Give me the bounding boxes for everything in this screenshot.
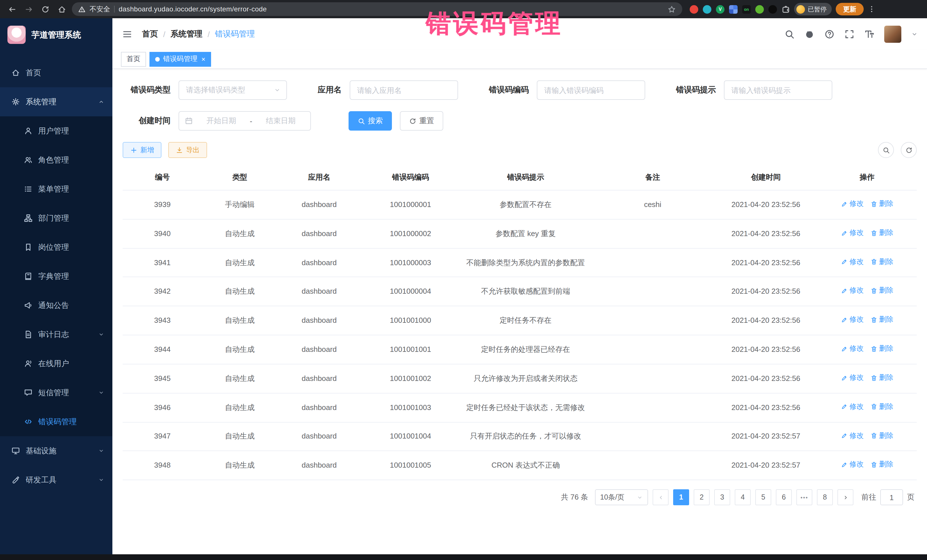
delete-link[interactable]: 删除 <box>871 459 894 470</box>
error-hint-input[interactable] <box>724 80 832 100</box>
close-icon[interactable]: × <box>201 56 205 62</box>
toggle-search-button[interactable] <box>878 142 894 158</box>
app-name-input[interactable] <box>350 80 458 100</box>
edit-link[interactable]: 修改 <box>841 401 864 413</box>
sidebar-item-sub[interactable]: 部门管理 <box>0 203 112 233</box>
page-button[interactable]: 3 <box>714 490 730 505</box>
page-button[interactable]: 6 <box>776 490 792 505</box>
page-size-select[interactable]: 10条/页 <box>595 490 648 505</box>
edit-link[interactable]: 修改 <box>841 199 864 209</box>
collapse-sidebar-icon[interactable] <box>112 29 142 39</box>
delete-link[interactable]: 删除 <box>871 314 894 326</box>
extension-icon[interactable] <box>755 5 764 14</box>
cell-remark <box>591 306 714 335</box>
edit-link[interactable]: 修改 <box>841 314 864 326</box>
user-avatar[interactable] <box>884 25 901 42</box>
dept-icon <box>24 214 32 222</box>
sidebar-item-system[interactable]: 系统管理 <box>0 87 112 116</box>
delete-link[interactable]: 删除 <box>871 285 894 296</box>
breadcrumb: 首页/系统管理/错误码管理 <box>142 29 255 39</box>
sidebar-item-active[interactable]: 错误码管理 <box>0 407 112 436</box>
sidebar-item-infra[interactable]: 基础设施 <box>0 436 112 465</box>
edit-link[interactable]: 修改 <box>841 256 864 267</box>
reset-button[interactable]: 重置 <box>400 111 443 131</box>
sidebar-item-sub[interactable]: 用户管理 <box>0 116 112 146</box>
table-tools <box>878 142 917 158</box>
profile-chip[interactable]: 已暂停 <box>794 3 832 15</box>
delete-link[interactable]: 删除 <box>871 343 894 354</box>
page-button[interactable]: 4 <box>735 490 751 505</box>
page-button[interactable]: 1 <box>673 490 689 505</box>
sidebar-item-label: 首页 <box>26 68 104 78</box>
refresh-table-button[interactable] <box>901 142 917 158</box>
delete-link[interactable]: 删除 <box>871 256 894 267</box>
cell-hint: 定时任务的处理器已经存在 <box>460 335 591 364</box>
goto-page-input[interactable] <box>880 490 903 505</box>
reload-icon[interactable] <box>39 3 51 15</box>
browser-home-icon[interactable] <box>55 3 68 15</box>
delete-link[interactable]: 删除 <box>871 401 894 413</box>
app-logo[interactable]: 芋道管理系统 <box>0 18 112 51</box>
sidebar-item-devtools[interactable]: 研发工具 <box>0 465 112 495</box>
forward-icon[interactable] <box>22 3 35 15</box>
sidebar-item-sub[interactable]: 菜单管理 <box>0 175 112 203</box>
extension-icon[interactable]: on <box>742 5 751 14</box>
tab[interactable]: 错误码管理× <box>149 52 211 67</box>
edit-link[interactable]: 修改 <box>841 372 864 384</box>
filter-error-hint: 错误码提示 <box>676 80 832 100</box>
page-button[interactable]: 5 <box>755 490 771 505</box>
edit-link[interactable]: 修改 <box>841 285 864 296</box>
sidebar-item-sub[interactable]: 审计日志 <box>0 320 112 349</box>
fullscreen-icon[interactable] <box>844 29 854 39</box>
total-count: 共 76 条 <box>561 492 588 503</box>
delete-link[interactable]: 删除 <box>871 372 894 384</box>
sidebar-item-sub[interactable]: 岗位管理 <box>0 233 112 262</box>
sidebar-item-sub[interactable]: 短信管理 <box>0 378 112 407</box>
sidebar-item-sub[interactable]: 角色管理 <box>0 146 112 175</box>
sidebar-item-sub[interactable]: 通知公告 <box>0 291 112 320</box>
address-bar[interactable]: 不安全 dashboard.yudao.iocoder.cn/system/er… <box>72 2 682 16</box>
sidebar-item-sub[interactable]: 在线用户 <box>0 349 112 378</box>
github-icon[interactable] <box>804 29 815 39</box>
page-button[interactable]: 2 <box>694 490 710 505</box>
sidebar-item-sub[interactable]: 字典管理 <box>0 262 112 291</box>
edit-link[interactable]: 修改 <box>841 459 864 470</box>
delete-link[interactable]: 删除 <box>871 199 894 209</box>
help-icon[interactable] <box>824 29 834 39</box>
back-icon[interactable] <box>6 3 18 15</box>
prev-page-button[interactable] <box>653 490 669 505</box>
extensions-puzzle-icon[interactable] <box>781 5 790 14</box>
error-code-input[interactable] <box>537 80 645 100</box>
edit-link[interactable]: 修改 <box>841 228 864 239</box>
more-pages-button[interactable]: ••• <box>796 490 812 505</box>
bookmark-star-icon[interactable] <box>667 5 676 14</box>
tab[interactable]: 首页 <box>121 52 146 67</box>
search-icon[interactable] <box>784 29 795 39</box>
extension-icon[interactable] <box>690 5 698 14</box>
extension-icon[interactable] <box>768 5 777 14</box>
search-button[interactable]: 搜索 <box>348 111 392 131</box>
extension-icon[interactable] <box>729 5 738 14</box>
edit-link[interactable]: 修改 <box>841 430 864 442</box>
breadcrumb-item[interactable]: 错误码管理 <box>215 29 255 39</box>
create-time-range[interactable]: 开始日期 - 结束日期 <box>179 111 311 131</box>
extension-icon[interactable]: V <box>716 5 725 14</box>
delete-link[interactable]: 删除 <box>871 228 894 239</box>
table-row: 3944自动生成dashboard1001001001定时任务的处理器已经存在2… <box>123 335 917 364</box>
add-button[interactable]: 新增 <box>123 142 161 158</box>
update-button[interactable]: 更新 <box>836 3 864 15</box>
edit-link[interactable]: 修改 <box>841 343 864 354</box>
sidebar-item-home[interactable]: 首页 <box>0 58 112 87</box>
extensions-area: V on <box>690 5 790 14</box>
chevron-down-icon[interactable] <box>911 30 918 37</box>
export-button[interactable]: 导出 <box>168 142 207 158</box>
breadcrumb-item[interactable]: 首页 <box>142 29 158 39</box>
browser-menu-icon[interactable] <box>868 5 876 13</box>
next-page-button[interactable] <box>837 490 853 505</box>
breadcrumb-item[interactable]: 系统管理 <box>170 29 202 39</box>
font-size-icon[interactable] <box>864 29 874 39</box>
delete-link[interactable]: 删除 <box>871 430 894 442</box>
extension-icon[interactable] <box>703 5 711 14</box>
error-type-select[interactable]: 请选择错误码类型 <box>179 80 287 100</box>
page-button[interactable]: 8 <box>817 490 833 505</box>
